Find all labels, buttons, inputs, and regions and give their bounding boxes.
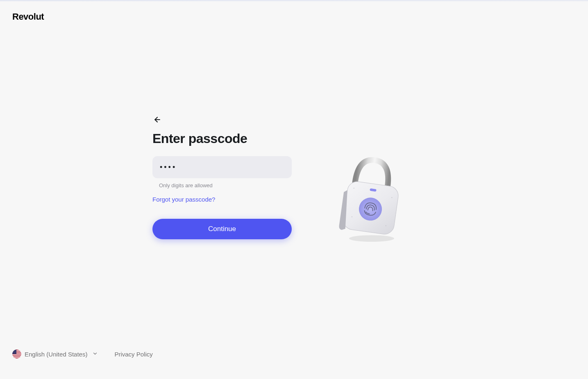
arrow-left-icon <box>153 116 161 124</box>
svg-rect-11 <box>12 349 21 350</box>
forgot-passcode-link[interactable]: Forgot your passcode? <box>152 196 215 203</box>
svg-rect-17 <box>12 358 21 359</box>
svg-point-8 <box>349 235 394 242</box>
continue-button[interactable]: Continue <box>152 219 292 239</box>
chevron-down-icon <box>92 351 98 358</box>
footer: English (United States) Privacy Policy <box>12 349 153 359</box>
passcode-input[interactable] <box>152 156 292 178</box>
svg-rect-18 <box>12 349 16 354</box>
main-content: Enter passcode Only digits are allowed F… <box>152 115 439 246</box>
privacy-policy-link[interactable]: Privacy Policy <box>114 351 152 358</box>
us-flag-icon <box>12 349 21 359</box>
language-selector[interactable]: English (United States) <box>12 349 98 359</box>
brand-logo: Revolut <box>12 11 44 22</box>
lock-illustration <box>329 148 411 246</box>
passcode-hint: Only digits are allowed <box>159 182 292 188</box>
back-button[interactable] <box>152 115 162 125</box>
form-column: Enter passcode Only digits are allowed F… <box>152 115 292 239</box>
page-title: Enter passcode <box>152 131 292 146</box>
top-accent-bar <box>0 0 588 1</box>
svg-rect-16 <box>12 356 21 357</box>
language-label: English (United States) <box>25 351 87 358</box>
svg-rect-15 <box>12 355 21 356</box>
